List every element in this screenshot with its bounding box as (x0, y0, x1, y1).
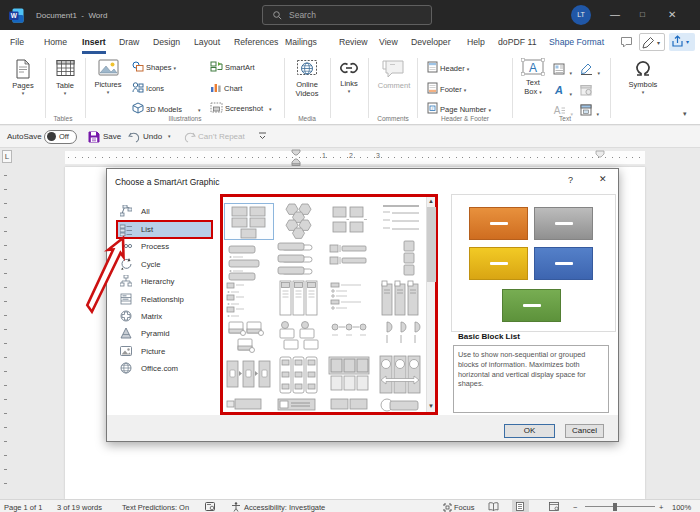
svg-text:A: A (529, 61, 537, 75)
svg-text:A: A (554, 105, 561, 116)
svg-text:A: A (554, 84, 563, 96)
svg-text:W: W (11, 12, 18, 19)
